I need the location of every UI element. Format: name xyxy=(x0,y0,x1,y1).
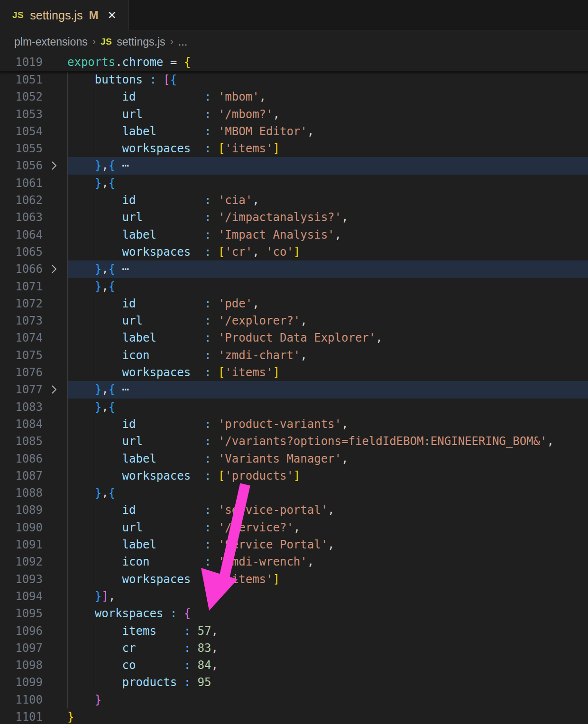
line-number[interactable]: 1054 xyxy=(0,123,43,140)
code-line[interactable]: 1098 co : 84, xyxy=(0,657,588,674)
line-number[interactable]: 1071 xyxy=(0,278,43,295)
code-line[interactable]: 1091 label : 'Service Portal', xyxy=(0,536,588,553)
line-number[interactable]: 1091 xyxy=(0,536,43,553)
code-text[interactable]: buttons : [{ xyxy=(67,71,177,88)
code-text[interactable]: products : 95 xyxy=(67,674,211,691)
line-number[interactable]: 1077 xyxy=(0,381,43,398)
code-text[interactable]: url : '/impactanalysis?', xyxy=(67,209,348,226)
code-line[interactable]: 1087 workspaces : ['products'] xyxy=(0,467,588,484)
code-text[interactable]: workspaces : ['cr', 'co'] xyxy=(67,243,300,260)
line-number[interactable]: 1099 xyxy=(0,674,43,691)
line-number[interactable]: 1088 xyxy=(0,484,43,501)
code-text[interactable]: cr : 83, xyxy=(67,640,218,657)
code-line[interactable]: 1089 id : 'service-portal', xyxy=(0,501,588,519)
line-number[interactable]: 1056 xyxy=(0,157,43,174)
folded-code-ellipsis[interactable]: ⋯ xyxy=(122,159,129,172)
code-text[interactable]: co : 84, xyxy=(67,657,218,674)
code-text[interactable]: },{⋯ xyxy=(67,260,129,278)
line-number[interactable]: 1096 xyxy=(0,622,43,640)
code-text[interactable]: workspaces : ['items'] xyxy=(67,571,280,588)
line-number[interactable]: 1087 xyxy=(0,467,43,484)
code-line[interactable]: 1054 label : 'MBOM Editor', xyxy=(0,123,588,140)
code-text[interactable]: label : 'Product Data Explorer', xyxy=(67,329,383,346)
line-number[interactable]: 1051 xyxy=(0,71,43,88)
line-number[interactable]: 1075 xyxy=(0,347,43,364)
line-number[interactable]: 1083 xyxy=(0,399,43,416)
code-line[interactable]: 1097 cr : 83, xyxy=(0,640,588,657)
line-number[interactable]: 1074 xyxy=(0,329,43,346)
code-text[interactable]: },{ xyxy=(67,484,115,501)
line-number[interactable]: 1066 xyxy=(0,260,43,278)
code-line[interactable]: 1095 workspaces : { xyxy=(0,605,588,622)
line-number[interactable]: 1089 xyxy=(0,501,43,519)
code-text[interactable]: id : 'product-variants', xyxy=(67,416,348,433)
folded-code-ellipsis[interactable]: ⋯ xyxy=(122,262,129,276)
code-line[interactable]: 1065 workspaces : ['cr', 'co'] xyxy=(0,243,588,260)
code-text[interactable]: url : '/variants?options=fieldIdEBOM:ENG… xyxy=(67,433,554,450)
code-text[interactable]: icon : 'zmdi-wrench', xyxy=(67,553,314,570)
close-icon[interactable]: ✕ xyxy=(107,9,116,22)
code-line[interactable]: 1055 workspaces : ['items'] xyxy=(0,140,588,157)
code-text[interactable]: },{⋯ xyxy=(67,157,129,174)
code-line[interactable]: 1072 id : 'pde', xyxy=(0,295,588,312)
code-line[interactable]: 1086 label : 'Variants Manager', xyxy=(0,450,588,467)
code-text[interactable]: workspaces : ['products'] xyxy=(67,467,300,484)
line-number[interactable]: 1094 xyxy=(0,588,43,605)
code-text[interactable]: icon : 'zmdi-chart', xyxy=(67,347,307,364)
code-text[interactable]: } xyxy=(67,691,101,708)
code-line[interactable]: 1100 } xyxy=(0,691,588,708)
code-line[interactable]: 1076 workspaces : ['items'] xyxy=(0,364,588,381)
sticky-scroll-line[interactable]: 1019 exports.chrome = { xyxy=(0,53,588,72)
code-text[interactable]: },{ xyxy=(67,399,115,416)
code-line[interactable]: 1096 items : 57, xyxy=(0,622,588,640)
tab-settings-js[interactable]: JS settings.js M ✕ xyxy=(0,0,129,30)
code-line[interactable]: 1064 label : 'Impact Analysis', xyxy=(0,226,588,243)
line-number[interactable]: 1098 xyxy=(0,657,43,674)
code-line[interactable]: 1092 icon : 'zmdi-wrench', xyxy=(0,553,588,570)
line-number[interactable]: 1101 xyxy=(0,708,43,724)
code-text[interactable]: workspaces : ['items'] xyxy=(67,364,280,381)
code-line[interactable]: 1101} xyxy=(0,708,588,724)
line-number[interactable]: 1085 xyxy=(0,433,43,450)
line-number[interactable]: 1086 xyxy=(0,450,43,467)
line-number[interactable]: 1053 xyxy=(0,106,43,123)
line-number[interactable]: 1095 xyxy=(0,605,43,622)
code-line[interactable]: 1063 url : '/impactanalysis?', xyxy=(0,209,588,226)
code-text[interactable]: } xyxy=(67,708,74,724)
code-line-folded[interactable]: 1066 },{⋯ xyxy=(0,260,588,278)
line-number[interactable]: 1084 xyxy=(0,416,43,433)
code-text[interactable]: workspaces : { xyxy=(67,605,191,622)
line-number[interactable]: 1073 xyxy=(0,312,43,329)
code-line[interactable]: 1085 url : '/variants?options=fieldIdEBO… xyxy=(0,433,588,450)
code-line-folded[interactable]: 1056 },{⋯ xyxy=(0,157,588,174)
code-text[interactable]: url : '/explorer?', xyxy=(67,312,307,329)
line-number[interactable]: 1097 xyxy=(0,640,43,657)
code-line[interactable]: 1099 products : 95 xyxy=(0,674,588,691)
line-number[interactable]: 1061 xyxy=(0,175,43,192)
code-line[interactable]: 1052 id : 'mbom', xyxy=(0,88,588,105)
line-number[interactable]: 1062 xyxy=(0,192,43,209)
code-line-folded[interactable]: 1077 },{⋯ xyxy=(0,381,588,398)
code-text[interactable]: }], xyxy=(67,588,115,605)
line-number[interactable]: 1064 xyxy=(0,226,43,243)
code-text[interactable]: },{ xyxy=(67,175,115,192)
code-line[interactable]: 1073 url : '/explorer?', xyxy=(0,312,588,329)
line-number[interactable]: 1052 xyxy=(0,88,43,105)
code-line[interactable]: 1075 icon : 'zmdi-chart', xyxy=(0,347,588,364)
breadcrumb-symbol-more[interactable]: ... xyxy=(178,36,187,48)
code-text[interactable]: label : 'Impact Analysis', xyxy=(67,226,341,243)
fold-chevron-icon[interactable] xyxy=(50,160,58,174)
breadcrumb-file[interactable]: settings.js xyxy=(117,36,165,48)
code-line[interactable]: 1053 url : '/mbom?', xyxy=(0,106,588,123)
code-line[interactable]: 1088 },{ xyxy=(0,484,588,501)
code-line[interactable]: 1074 label : 'Product Data Explorer', xyxy=(0,329,588,346)
code-line[interactable]: 1051 buttons : [{ xyxy=(0,71,588,88)
code-line[interactable]: 1083 },{ xyxy=(0,399,588,416)
code-text[interactable]: url : '/service?', xyxy=(67,519,300,536)
code-line[interactable]: 1093 workspaces : ['items'] xyxy=(0,571,588,588)
line-number[interactable]: 1093 xyxy=(0,571,43,588)
code-line[interactable]: 1071 },{ xyxy=(0,278,588,295)
code-text[interactable]: label : 'MBOM Editor', xyxy=(67,123,314,140)
line-number[interactable]: 1063 xyxy=(0,209,43,226)
line-number[interactable]: 1076 xyxy=(0,364,43,381)
